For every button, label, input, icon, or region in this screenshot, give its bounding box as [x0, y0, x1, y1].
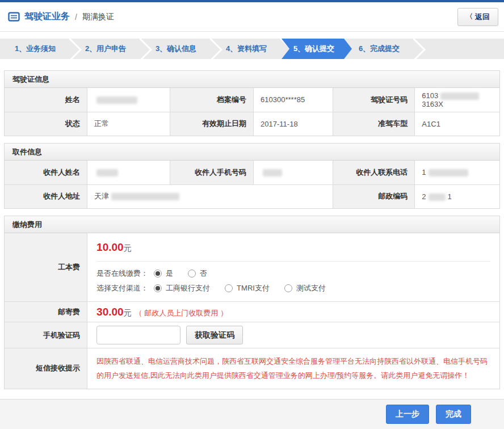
redacted-value	[429, 194, 446, 201]
recipient-phone-prefix: 1	[422, 168, 426, 176]
postal-code-label: 邮政编码	[333, 184, 415, 208]
radio-label: TMRI支付	[237, 283, 270, 293]
table-row: 短信接收提示 因陕西省联通、电信运营商技术问题，陕西省互联网交通安全综合服务管理…	[5, 348, 499, 389]
recipient-address-prefix: 天津	[94, 192, 109, 200]
table-row: 手机验证码 获取验证码	[5, 322, 499, 348]
file-number-value: 610300****85	[254, 88, 333, 112]
online-pay-option-no[interactable]: 否	[188, 268, 207, 279]
channel-option-tmri[interactable]: TMRI支付	[225, 283, 270, 293]
production-fee-cell: 10.00元 是否在线缴费： 是 否	[87, 233, 499, 302]
status-value: 正常	[87, 112, 170, 136]
page-title: 驾驶证业务	[24, 11, 70, 23]
valid-until-value: 2017-11-18	[254, 112, 333, 136]
wizard-steps: 1、业务须知 2、用户申告 3、确认信息 4、资料填写 5、确认提交 6、完成提…	[0, 39, 504, 59]
radio-label: 工商银行支付	[166, 283, 210, 293]
back-button[interactable]: 〈 返回	[457, 8, 498, 26]
postage-fee-cell: 30.00元（ 邮政人员上门收取费用 ）	[87, 302, 499, 322]
back-chevron-icon: 〈	[466, 12, 473, 22]
sms-code-label: 手机验证码	[5, 322, 87, 348]
table-row: 收件人姓名 收件人手机号码 收件人联系电话 1	[5, 161, 499, 184]
redacted-value	[96, 169, 118, 176]
name-value	[87, 88, 170, 112]
radio-label: 是	[166, 268, 173, 279]
page-header: 驾驶证业务 / 期满换证 〈 返回	[0, 2, 504, 32]
footer-bar: 上一步 完成	[0, 399, 504, 429]
online-pay-option-yes[interactable]: 是	[154, 268, 173, 279]
steps-filler	[414, 39, 504, 59]
license-info-title: 驾驶证信息	[5, 71, 499, 88]
name-label: 姓名	[5, 88, 87, 112]
vehicle-class-value: A1C1	[415, 112, 499, 136]
step-label: 6、完成提交	[359, 44, 400, 54]
valid-until-label: 有效期止日期	[170, 112, 253, 136]
sms-notice-cell: 因陕西省联通、电信运营商技术问题，陕西省互联网交通安全综合服务管理平台无法向持陕…	[87, 348, 499, 389]
recipient-name-value	[87, 161, 170, 184]
recipient-phone-label: 收件人联系电话	[333, 161, 415, 184]
step-5-confirm-submit[interactable]: 5、确认提交	[282, 39, 352, 59]
finish-button[interactable]: 完成	[436, 405, 471, 424]
radio-icon[interactable]	[188, 270, 196, 277]
pickup-info-title: 取件信息	[5, 144, 499, 161]
license-number-label: 驾驶证号码	[333, 88, 415, 112]
step-1-notice[interactable]: 1、业务须知	[0, 39, 70, 59]
back-button-label: 返回	[475, 12, 490, 22]
license-info-section: 驾驶证信息 姓名 档案编号 610300****85 驾驶证号码 6103316…	[4, 70, 500, 136]
radio-icon[interactable]	[154, 284, 162, 292]
license-service-icon	[8, 12, 20, 22]
radio-icon[interactable]	[284, 284, 292, 292]
sms-code-input[interactable]	[96, 326, 180, 344]
pay-channel-question: 选择支付渠道：	[96, 283, 148, 293]
divider	[96, 261, 490, 262]
radio-icon[interactable]	[154, 270, 162, 277]
table-row: 邮寄费 30.00元（ 邮政人员上门收取费用 ）	[5, 302, 499, 322]
postage-fee-amount: 30.00	[96, 306, 124, 318]
production-fee-amount: 10.00	[96, 241, 124, 253]
channel-option-icbc[interactable]: 工商银行支付	[154, 283, 210, 293]
fees-section: 缴纳费用 工本费 10.00元 是否在线缴费： 是	[4, 216, 500, 389]
recipient-mobile-label: 收件人手机号码	[170, 161, 253, 184]
license-number-suffix: 3163X	[422, 100, 443, 108]
recipient-address-value: 天津	[87, 184, 333, 208]
breadcrumb-separator: /	[75, 12, 77, 22]
status-label: 状态	[5, 112, 87, 136]
redacted-value	[96, 96, 137, 104]
breadcrumb-current: 期满换证	[82, 12, 114, 22]
redacted-value	[440, 92, 479, 100]
step-label: 5、确认提交	[293, 44, 334, 54]
license-number-value: 61033163X	[415, 88, 499, 112]
postage-fee-unit: 元	[124, 308, 132, 317]
step-label: 4、资料填写	[226, 44, 267, 54]
pickup-info-section: 取件信息 收件人姓名 收件人手机号码 收件人联系电话 1 收件人地址 天津 邮政…	[4, 143, 500, 209]
table-row: 姓名 档案编号 610300****85 驾驶证号码 61033163X	[5, 88, 499, 112]
redacted-value	[429, 169, 468, 176]
production-fee-unit: 元	[124, 243, 132, 253]
recipient-name-label: 收件人姓名	[5, 161, 87, 184]
get-code-button[interactable]: 获取验证码	[186, 326, 243, 344]
previous-step-button[interactable]: 上一步	[386, 405, 429, 424]
fees-title: 缴纳费用	[5, 216, 499, 233]
step-6-done[interactable]: 6、完成提交	[344, 39, 414, 59]
production-fee-label: 工本费	[5, 233, 87, 302]
channel-option-test[interactable]: 测试支付	[284, 283, 326, 293]
postage-fee-label: 邮寄费	[5, 302, 87, 322]
redacted-value	[263, 169, 282, 176]
license-number-prefix: 6103	[422, 91, 438, 100]
file-number-label: 档案编号	[170, 88, 253, 112]
sms-notice-text: 因陕西省联通、电信运营商技术问题，陕西省互联网交通安全综合服务管理平台无法向持陕…	[87, 348, 499, 389]
radio-icon[interactable]	[225, 284, 233, 292]
online-pay-question-row: 是否在线缴费： 是 否	[96, 268, 490, 279]
step-label: 1、业务须知	[15, 44, 56, 54]
table-row: 状态 正常 有效期止日期 2017-11-18 准驾车型 A1C1	[5, 112, 499, 136]
vehicle-class-label: 准驾车型	[333, 112, 415, 136]
pay-channel-question-row: 选择支付渠道： 工商银行支付 TMRI支付 测试支付	[96, 283, 490, 293]
step-label: 3、确认信息	[156, 44, 196, 54]
recipient-address-label: 收件人地址	[5, 184, 87, 208]
postal-code-value: 21	[415, 184, 499, 208]
sms-code-cell: 获取验证码	[87, 322, 499, 348]
postal-code-suffix: 1	[448, 192, 452, 201]
online-pay-question: 是否在线缴费：	[96, 268, 148, 279]
postal-code-prefix: 2	[422, 192, 426, 201]
step-label: 2、用户申告	[85, 44, 126, 54]
recipient-mobile-value	[254, 161, 333, 184]
production-fee-amount-line: 10.00元	[96, 241, 490, 254]
